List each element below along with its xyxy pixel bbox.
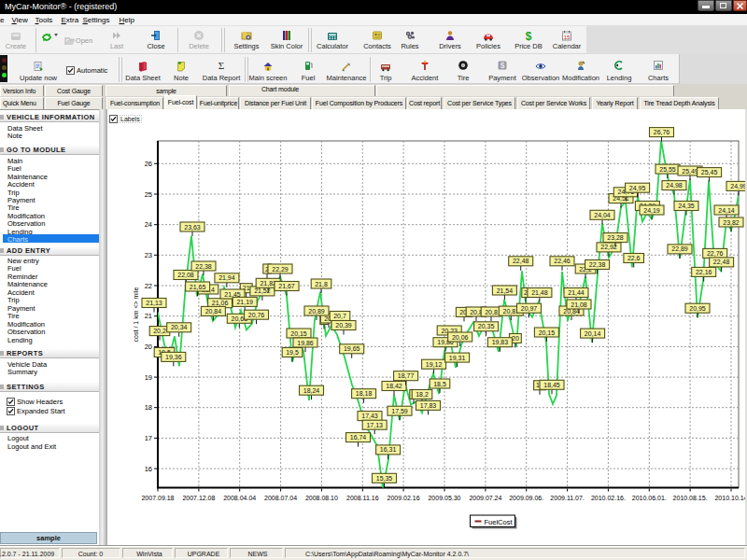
svg-text:22,38: 22,38 bbox=[195, 263, 212, 270]
svg-text:20,8: 20,8 bbox=[485, 309, 498, 315]
svg-text:2009.07.24: 2009.07.24 bbox=[469, 495, 501, 501]
svg-text:2008.11.16: 2008.11.16 bbox=[346, 495, 379, 501]
svg-text:2010.08.15.: 2010.08.15. bbox=[673, 495, 708, 501]
svg-text:20,15: 20,15 bbox=[539, 329, 556, 336]
svg-text:2008.08.10: 2008.08.10 bbox=[305, 495, 338, 501]
svg-text:20,7: 20,7 bbox=[333, 313, 346, 319]
svg-text:26,76: 26,76 bbox=[654, 129, 670, 135]
svg-text:20: 20 bbox=[145, 343, 152, 351]
svg-text:$: $ bbox=[500, 61, 505, 70]
svg-text:22,48: 22,48 bbox=[713, 259, 730, 265]
svg-text:18,42: 18,42 bbox=[386, 383, 402, 389]
svg-text:24,35: 24,35 bbox=[678, 203, 695, 209]
svg-text:19,5: 19,5 bbox=[286, 349, 299, 356]
svg-text:26: 26 bbox=[145, 160, 152, 168]
svg-text:21,48: 21,48 bbox=[531, 289, 548, 296]
svg-text:21,65: 21,65 bbox=[190, 284, 206, 290]
svg-text:15: 15 bbox=[564, 35, 571, 40]
svg-text:22,89: 22,89 bbox=[671, 245, 688, 252]
svg-text:2009.11.07.: 2009.11.07. bbox=[550, 495, 585, 501]
svg-text:22: 22 bbox=[145, 282, 152, 290]
svg-text:21,94: 21,94 bbox=[218, 274, 235, 281]
svg-text:16,74: 16,74 bbox=[350, 434, 367, 441]
svg-text:21,67: 21,67 bbox=[278, 283, 295, 289]
svg-text:20: 20 bbox=[512, 335, 519, 342]
svg-text:21,06: 21,06 bbox=[212, 300, 229, 306]
svg-text:24,14: 24,14 bbox=[718, 207, 735, 214]
svg-text:2010.02.16.: 2010.02.16. bbox=[591, 495, 626, 501]
svg-text:20,15: 20,15 bbox=[290, 330, 307, 337]
svg-text:24,04: 24,04 bbox=[594, 212, 611, 218]
svg-text:20,84: 20,84 bbox=[205, 308, 222, 315]
svg-text:18,5: 18,5 bbox=[433, 381, 446, 387]
svg-text:23,82: 23,82 bbox=[723, 219, 740, 226]
svg-text:22,6: 22,6 bbox=[627, 255, 641, 261]
svg-text:2008.07.04: 2008.07.04 bbox=[264, 495, 297, 501]
svg-text:2008.04.04: 2008.04.04 bbox=[223, 495, 256, 501]
svg-text:19,12: 19,12 bbox=[426, 361, 443, 368]
svg-text:22,08: 22,08 bbox=[177, 272, 194, 278]
svg-text:21: 21 bbox=[145, 312, 152, 320]
svg-text:18,77: 18,77 bbox=[398, 372, 415, 379]
svg-text:2009.05.30: 2009.05.30 bbox=[428, 495, 460, 501]
svg-text:15,35: 15,35 bbox=[376, 475, 393, 482]
svg-text:21,54: 21,54 bbox=[497, 287, 514, 294]
svg-text:21,8: 21,8 bbox=[315, 281, 328, 287]
svg-text:23: 23 bbox=[145, 251, 152, 259]
svg-text:20,76: 20,76 bbox=[248, 312, 265, 318]
svg-text:20,06: 20,06 bbox=[452, 334, 469, 341]
svg-text:20,39: 20,39 bbox=[335, 322, 352, 329]
svg-text:21,13: 21,13 bbox=[146, 300, 162, 306]
svg-text:19,83: 19,83 bbox=[492, 339, 509, 345]
svg-text:18,18: 18,18 bbox=[356, 390, 373, 397]
svg-text:20,34: 20,34 bbox=[171, 324, 188, 330]
svg-text:2010.06.01.: 2010.06.01. bbox=[632, 495, 667, 501]
svg-text:25,45: 25,45 bbox=[701, 169, 718, 175]
svg-text:22,38: 22,38 bbox=[589, 261, 606, 268]
svg-text:21,19: 21,19 bbox=[236, 299, 253, 305]
svg-text:25,55: 25,55 bbox=[659, 166, 676, 173]
svg-text:22,16: 22,16 bbox=[696, 269, 712, 275]
svg-text:$: $ bbox=[526, 30, 532, 41]
svg-text:21,44: 21,44 bbox=[568, 289, 585, 296]
svg-text:18,45: 18,45 bbox=[543, 382, 560, 388]
svg-text:22,76: 22,76 bbox=[707, 250, 724, 257]
svg-text:21,45: 21,45 bbox=[224, 291, 241, 298]
svg-text:17,43: 17,43 bbox=[361, 413, 378, 419]
svg-text:20,14: 20,14 bbox=[585, 330, 601, 337]
svg-text:19,31: 19,31 bbox=[449, 355, 466, 361]
svg-text:21,08: 21,08 bbox=[571, 301, 587, 308]
svg-text:24,95: 24,95 bbox=[629, 185, 646, 191]
svg-text:17,83: 17,83 bbox=[420, 402, 437, 409]
svg-text:22,46: 22,46 bbox=[554, 258, 571, 264]
svg-text:24,98: 24,98 bbox=[666, 182, 683, 189]
svg-text:16: 16 bbox=[145, 465, 152, 473]
svg-text:25: 25 bbox=[145, 190, 152, 199]
svg-text:18: 18 bbox=[145, 403, 152, 412]
svg-text:22,29: 22,29 bbox=[272, 266, 289, 273]
svg-text:20,2: 20,2 bbox=[153, 328, 166, 334]
svg-text:18,2: 18,2 bbox=[416, 391, 429, 398]
svg-text:19,36: 19,36 bbox=[165, 354, 182, 360]
svg-text:2007.12.08: 2007.12.08 bbox=[182, 495, 215, 501]
svg-text:cost / 1 km <> mile: cost / 1 km <> mile bbox=[133, 287, 139, 343]
svg-text:17,13: 17,13 bbox=[366, 422, 383, 428]
svg-text:18,24: 18,24 bbox=[303, 387, 320, 394]
svg-text:21,82: 21,82 bbox=[260, 280, 276, 287]
svg-text:2010.10.14: 2010.10.14 bbox=[714, 495, 747, 501]
svg-text:20,35: 20,35 bbox=[478, 323, 495, 329]
svg-text:16,31: 16,31 bbox=[380, 446, 397, 453]
svg-text:19,86: 19,86 bbox=[297, 340, 314, 346]
svg-text:FuelCost: FuelCost bbox=[485, 518, 514, 526]
svg-text:19: 19 bbox=[145, 373, 152, 382]
svg-text:17,59: 17,59 bbox=[391, 408, 408, 414]
svg-text:2009.02.16: 2009.02.16 bbox=[388, 495, 420, 501]
svg-text:23,28: 23,28 bbox=[607, 234, 624, 241]
svg-text:25,49: 25,49 bbox=[682, 168, 698, 175]
svg-text:24,19: 24,19 bbox=[643, 207, 660, 214]
svg-text:20,97: 20,97 bbox=[521, 305, 538, 312]
svg-text:22,48: 22,48 bbox=[513, 258, 529, 264]
svg-text:Σ: Σ bbox=[218, 60, 224, 71]
svg-text:17: 17 bbox=[145, 434, 152, 442]
svg-text:2007.09.18: 2007.09.18 bbox=[141, 495, 174, 501]
